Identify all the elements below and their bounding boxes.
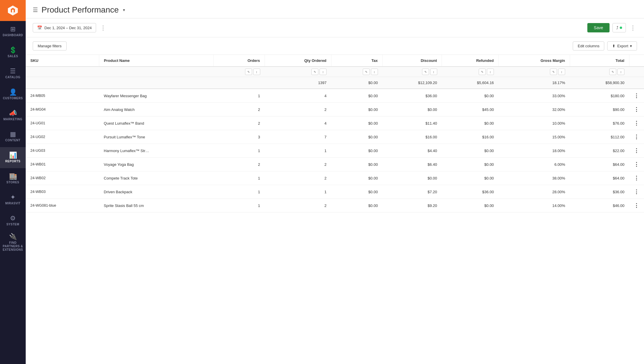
reports-icon: 📊: [9, 152, 17, 159]
table-row: 24-MG04Aim Analog Watch22$0.00$0.00$45.0…: [26, 103, 644, 116]
cell-sku-8: 24-WG081-blue: [26, 199, 99, 213]
sort-chart-gross_margin[interactable]: ✎: [550, 69, 557, 75]
sidebar-item-stores[interactable]: 🏬STORES: [0, 168, 26, 189]
summary-tax: $0.00: [331, 77, 383, 89]
cell-product_name-0: Wayfarer Messenger Bag: [99, 89, 213, 103]
date-range-button[interactable]: 📅 Dec 1, 2024 – Dec 31, 2024: [33, 23, 96, 32]
cell-orders-8: 1: [213, 199, 265, 213]
th-refunded: Refunded: [442, 55, 499, 67]
row-actions-6[interactable]: ⋮: [629, 171, 644, 185]
sort-arrows-discount[interactable]: ↕: [430, 69, 437, 75]
summary-total: $58,900.30: [570, 77, 629, 89]
sort-arrows-total[interactable]: ↕: [617, 69, 624, 75]
summary-row: 1397$0.00$12,109.20$5,604.1618.17%$58,90…: [26, 77, 644, 89]
manage-filters-button[interactable]: Manage filters: [33, 41, 67, 50]
sidebar: ⊞DASHBOARD💲SALES☰CATALOG👤CUSTOMERS📣MARKE…: [0, 0, 26, 364]
export-chevron-icon: ▾: [630, 44, 632, 48]
cell-product_name-6: Compete Track Tote: [99, 171, 213, 185]
sort-cell-total: ✎↕: [570, 67, 629, 77]
th-actions: [629, 55, 644, 67]
sidebar-item-label-dashboard: DASHBOARD: [3, 34, 23, 37]
cell-gross_margin-8: 14.00%: [499, 199, 570, 213]
row-actions-7[interactable]: ⋮: [629, 185, 644, 199]
cell-total-5: $64.00: [570, 158, 629, 171]
th-product_name: Product Name: [99, 55, 213, 67]
calendar-icon: 📅: [37, 25, 42, 30]
cell-product_name-5: Voyage Yoga Bag: [99, 158, 213, 171]
sidebar-item-find_partners[interactable]: 🔌FIND PARTNERS & EXTENSIONS: [0, 231, 26, 254]
edit-columns-button[interactable]: Edit columns: [573, 41, 604, 50]
export-button[interactable]: ⬆ Export ▾: [607, 41, 637, 50]
share-status-dot: [620, 27, 622, 29]
row-actions-2[interactable]: ⋮: [629, 116, 644, 130]
sort-chart-qty_ordered[interactable]: ✎: [311, 69, 318, 75]
row-actions-8[interactable]: ⋮: [629, 199, 644, 213]
row-actions-1[interactable]: ⋮: [629, 103, 644, 116]
cell-refunded-3: $16.00: [442, 130, 499, 144]
cell-gross_margin-6: 38.00%: [499, 171, 570, 185]
sort-chart-orders[interactable]: ✎: [245, 69, 252, 75]
sort-chart-total[interactable]: ✎: [609, 69, 616, 75]
cell-refunded-6: $0.00: [442, 171, 499, 185]
cell-sku-4: 24-UG03: [26, 144, 99, 158]
sidebar-item-customers[interactable]: 👤CUSTOMERS: [0, 84, 26, 105]
sort-chart-discount[interactable]: ✎: [422, 69, 429, 75]
cell-product_name-8: Sprite Stasis Ball 55 cm: [99, 199, 213, 213]
summary-discount: $12,109.20: [383, 77, 442, 89]
summary-orders: [213, 77, 265, 89]
cell-product_name-7: Driven Backpack: [99, 185, 213, 199]
cell-total-0: $180.00: [570, 89, 629, 103]
cell-discount-2: $11.40: [383, 116, 442, 130]
sidebar-item-system[interactable]: ⚙SYSTEM: [0, 210, 26, 231]
share-button[interactable]: ⤴: [612, 23, 626, 32]
cell-tax-4: $0.00: [331, 144, 383, 158]
cell-qty_ordered-0: 4: [265, 89, 331, 103]
header-more-button[interactable]: ⋮: [629, 23, 637, 32]
cell-total-7: $36.00: [570, 185, 629, 199]
cell-discount-4: $4.40: [383, 144, 442, 158]
cell-total-2: $76.00: [570, 116, 629, 130]
sidebar-item-sales[interactable]: 💲SALES: [0, 42, 26, 63]
sidebar-item-dashboard[interactable]: ⊞DASHBOARD: [0, 21, 26, 42]
title-dropdown-icon[interactable]: ▾: [123, 8, 125, 12]
sort-arrows-orders[interactable]: ↕: [253, 69, 260, 75]
cell-discount-7: $7.20: [383, 185, 442, 199]
cell-gross_margin-7: 28.00%: [499, 185, 570, 199]
sidebar-item-reports[interactable]: 📊REPORTS: [0, 147, 26, 168]
hamburger-icon[interactable]: ☰: [33, 6, 38, 13]
sort-arrows-refunded[interactable]: ↕: [487, 69, 494, 75]
sort-chart-refunded[interactable]: ✎: [479, 69, 486, 75]
cell-orders-3: 3: [213, 130, 265, 144]
summary-sku: [26, 77, 99, 89]
th-tax: Tax: [331, 55, 383, 67]
cell-refunded-7: $36.00: [442, 185, 499, 199]
row-actions-3[interactable]: ⋮: [629, 130, 644, 144]
table-container: SKUProduct NameOrdersQty OrderedTaxDisco…: [26, 55, 644, 364]
sort-arrows-qty_ordered[interactable]: ↕: [320, 69, 327, 75]
cell-refunded-1: $45.00: [442, 103, 499, 116]
sort-cell-refunded: ✎↕: [442, 67, 499, 77]
toolbar-right: Save ⤴ ⋮: [587, 23, 637, 32]
sort-arrows-gross_margin[interactable]: ↕: [558, 69, 565, 75]
sidebar-item-mirasvit[interactable]: ✦MIRASVIT: [0, 189, 26, 210]
sort-arrows-tax[interactable]: ↕: [371, 69, 378, 75]
cell-gross_margin-3: 15.00%: [499, 130, 570, 144]
export-icon: ⬆: [612, 44, 615, 48]
toolbar-more-button[interactable]: ⋮: [99, 23, 107, 32]
sidebar-item-marketing[interactable]: 📣MARKETING: [0, 105, 26, 126]
sidebar-item-label-stores: STORES: [6, 181, 19, 184]
row-actions-4[interactable]: ⋮: [629, 144, 644, 158]
cell-qty_ordered-1: 2: [265, 103, 331, 116]
row-actions-0[interactable]: ⋮: [629, 89, 644, 103]
sidebar-item-content[interactable]: ▦CONTENT: [0, 126, 26, 147]
sidebar-item-label-reports: REPORTS: [5, 160, 20, 163]
cell-tax-5: $0.00: [331, 158, 383, 171]
sidebar-item-catalog[interactable]: ☰CATALOG: [0, 63, 26, 84]
th-orders: Orders: [213, 55, 265, 67]
cell-discount-8: $9.20: [383, 199, 442, 213]
cell-discount-3: $16.00: [383, 130, 442, 144]
save-button[interactable]: Save: [587, 23, 610, 32]
row-actions-5[interactable]: ⋮: [629, 158, 644, 171]
sort-chart-tax[interactable]: ✎: [363, 69, 370, 75]
cell-discount-6: $0.00: [383, 171, 442, 185]
